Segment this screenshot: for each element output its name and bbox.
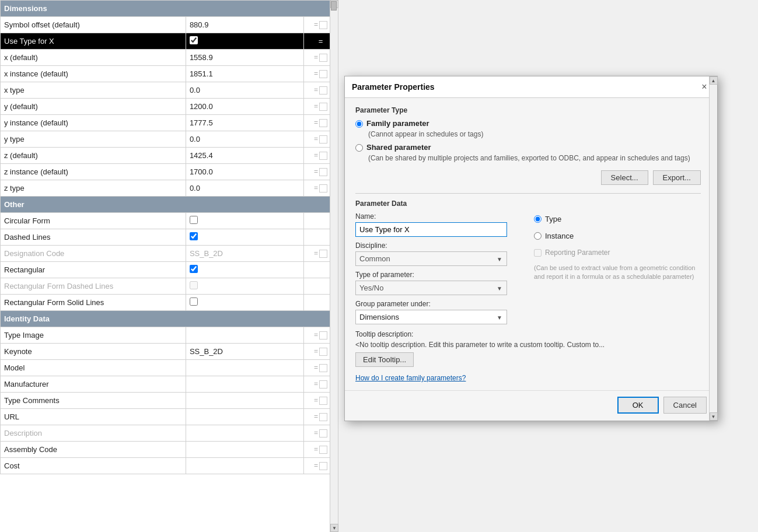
reporting-param-label[interactable]: Reporting Parameter (545, 249, 610, 257)
row-value[interactable] (186, 295, 303, 311)
table-row: y (default)1200.0= (1, 99, 338, 115)
row-value[interactable] (186, 213, 303, 229)
row-value: 880.9 (186, 17, 303, 33)
dialog-scroll-up[interactable]: ▲ (710, 76, 718, 85)
main-scrollbar[interactable]: ▲ ▼ (330, 0, 338, 532)
instance-radio[interactable] (534, 232, 542, 240)
row-checkbox[interactable] (190, 232, 198, 240)
name-input[interactable] (355, 222, 507, 237)
row-value: 1200.0 (186, 99, 303, 115)
row-label: Dashed Lines (1, 229, 186, 246)
formula-indicator (319, 184, 327, 192)
row-value[interactable] (186, 262, 303, 278)
formula-indicator (319, 462, 327, 470)
row-value: 1558.9 (186, 50, 303, 66)
row-label: z instance (default) (1, 164, 186, 180)
row-label: y instance (default) (1, 115, 186, 131)
type-radio-row: Type (534, 215, 701, 223)
shared-param-buttons: Select... Export... (355, 167, 701, 191)
row-checkbox[interactable] (190, 281, 198, 289)
parameter-properties-dialog[interactable]: ▲ ▼ Parameter Properties × Parameter Typ… (344, 76, 718, 421)
row-checkbox[interactable] (190, 298, 198, 306)
row-value: 0.0 (186, 131, 303, 148)
table-row: Manufacturer= (1, 376, 338, 393)
family-param-row: Family parameter (355, 119, 701, 128)
row-label: Rectangular Form Dashed Lines (1, 278, 186, 295)
shared-param-label[interactable]: Shared parameter (366, 143, 431, 152)
help-link[interactable]: How do I create family parameters? (355, 374, 701, 382)
tooltip-text: <No tooltip description. Edit this param… (355, 341, 701, 349)
row-value: 1777.5 (186, 115, 303, 131)
row-label: Assembly Code (1, 442, 186, 458)
formula-indicator (319, 380, 327, 388)
instance-radio-label[interactable]: Instance (545, 232, 574, 240)
formula-indicator (319, 119, 327, 127)
reporting-checkbox[interactable] (534, 249, 542, 257)
row-label: Manufacturer (1, 376, 186, 393)
shared-param-note: (Can be shared by multiple projects and … (368, 154, 701, 162)
row-label: Designation Code (1, 246, 186, 262)
type-radio-label[interactable]: Type (545, 215, 561, 223)
formula-indicator (319, 86, 327, 94)
properties-table: DimensionsSymbol offset (default)880.9=U… (0, 0, 338, 474)
row-label: z type (1, 180, 186, 197)
row-label: Use Type for X (1, 33, 186, 50)
family-param-radio[interactable] (355, 120, 363, 128)
table-row: x type0.0= (1, 82, 338, 99)
param-data-right: Type Instance Reporting Parameter (Can b… (534, 212, 701, 324)
name-label: Name: (355, 212, 522, 220)
row-checkbox[interactable] (190, 265, 198, 273)
name-field-group: Name: (355, 212, 522, 237)
type-radio[interactable] (534, 215, 542, 223)
row-label: x type (1, 82, 186, 99)
formula-indicator (319, 135, 327, 144)
formula-indicator (319, 168, 327, 176)
formula-indicator (319, 250, 327, 258)
select-button[interactable]: Select... (601, 170, 648, 185)
discipline-select[interactable]: Common (355, 251, 507, 266)
row-value[interactable] (186, 278, 303, 295)
row-value: 1425.4 (186, 148, 303, 164)
param-type-label: Parameter Type (355, 106, 701, 114)
export-button[interactable]: Export... (653, 170, 701, 185)
formula-indicator (319, 103, 327, 111)
row-value: 1700.0 (186, 164, 303, 180)
row-value[interactable] (186, 33, 303, 50)
reporting-note: (Can be used to extract value from a geo… (534, 264, 701, 282)
row-label: Symbol offset (default) (1, 17, 186, 33)
shared-param-radio[interactable] (355, 144, 363, 152)
group-param-select[interactable]: Dimensions (355, 310, 507, 324)
formula-indicator (319, 446, 327, 454)
table-row: x instance (default)1851.1= (1, 66, 338, 82)
scroll-down-arrow[interactable]: ▼ (330, 524, 338, 532)
dialog-titlebar: Parameter Properties × (345, 76, 717, 98)
edit-tooltip-button[interactable]: Edit Tooltip... (355, 352, 414, 367)
type-of-param-select[interactable]: Yes/No (355, 281, 507, 295)
discipline-label: Discipline: (355, 242, 522, 250)
properties-panel: DimensionsSymbol offset (default)880.9=U… (0, 0, 338, 532)
row-checkbox[interactable] (190, 36, 198, 44)
row-value[interactable] (186, 229, 303, 246)
row-label: Cost (1, 458, 186, 474)
cancel-button[interactable]: Cancel (663, 397, 707, 414)
param-data-left: Name: Discipline: Common (355, 212, 522, 324)
table-row: Rectangular (1, 262, 338, 278)
table-row: Designation CodeSS_B_2D= (1, 246, 338, 262)
dialog-close-button[interactable]: × (698, 81, 710, 93)
row-label: Keynote (1, 344, 186, 360)
family-param-label[interactable]: Family parameter (366, 119, 429, 128)
formula-indicator (319, 152, 327, 160)
dialog-scrollbar[interactable]: ▲ ▼ (709, 76, 717, 421)
table-row: Circular Form (1, 213, 338, 229)
row-label: x instance (default) (1, 66, 186, 82)
type-of-param-field-group: Type of parameter: Yes/No (355, 271, 522, 295)
dialog-footer: OK Cancel (345, 390, 717, 421)
instance-radio-row: Instance (534, 232, 701, 240)
scrollbar-thumb[interactable] (331, 1, 337, 10)
ok-button[interactable]: OK (617, 397, 659, 414)
row-checkbox[interactable] (190, 216, 198, 224)
reporting-checkbox-row: Reporting Parameter (534, 249, 701, 257)
row-label: URL (1, 409, 186, 425)
dialog-scroll-down[interactable]: ▼ (710, 412, 718, 421)
table-row: z (default)1425.4= (1, 148, 338, 164)
